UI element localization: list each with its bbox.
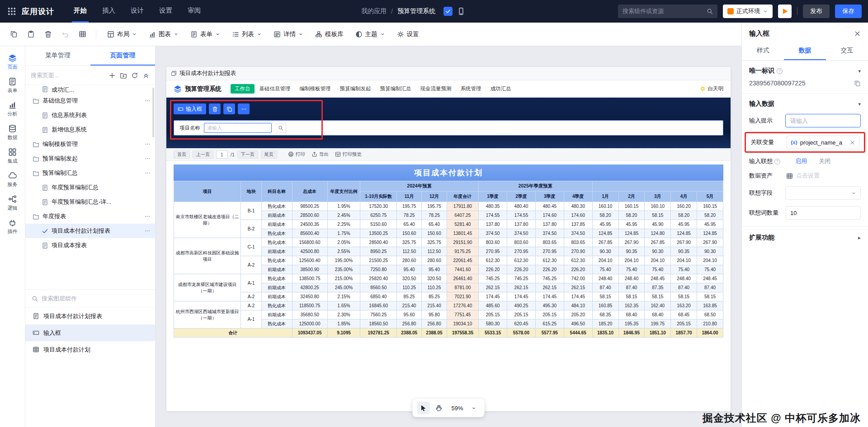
canvas[interactable]: 项目成本付款计划报表 预算管理系统 工作台基础信息管理编制模板管理预算编制发起预… [156,46,741,427]
action-导出[interactable]: 导出 [311,151,329,158]
check-badge-icon[interactable] [443,7,453,16]
rail-item-数据[interactable]: 数据 [2,121,24,144]
undo-button[interactable] [58,27,72,42]
toolbar-图表[interactable]: 图表 [144,27,183,42]
suggest-count-input[interactable] [785,206,861,220]
toolbar-主题[interactable]: 主题 [351,27,390,42]
component-search-input[interactable]: 搜索组件或资源 [618,5,717,18]
tree-scrollbar[interactable] [152,88,154,137]
hint-input[interactable] [785,114,861,127]
assoc-enable-button[interactable]: 启用 [795,157,807,165]
delete-component-button[interactable] [209,103,221,114]
pager-上一页[interactable]: 上一页 [193,150,213,159]
menu-item-插入[interactable]: 插入 [100,0,117,23]
pager-首页[interactable]: 首页 [174,150,190,159]
toolbar-布局[interactable]: 布局 [103,27,142,42]
preview-nav-工作台[interactable]: 工作台 [231,84,255,94]
rail-item-页面[interactable]: 页面 [2,51,24,73]
zoom-select[interactable]: 59% [448,405,480,412]
pan-tool-button[interactable] [432,402,445,414]
search-button[interactable] [275,123,286,133]
layer-item[interactable]: 项目成本付款计划 [25,341,155,358]
preview-nav-基础信息管理[interactable]: 基础信息管理 [255,84,295,94]
variable-chip[interactable]: {x} project_name_a [787,136,859,149]
rail-item-表单[interactable]: 表单 [2,74,24,97]
toolbar-设置[interactable]: 设置 [392,27,424,42]
preview-nav-现金流量预测[interactable]: 现金流量预测 [416,84,456,94]
tree-item[interactable]: 信息系统列表 [25,108,155,122]
apps-grid-icon[interactable] [7,7,16,16]
suggest-field-select[interactable] [785,186,861,200]
preview-nav-成功汇总[interactable]: 成功汇总 [486,84,515,94]
layer-search-input[interactable]: 搜索图层组件 [42,295,77,303]
tree-item[interactable]: 基础信息管理 [25,94,155,108]
delete-button[interactable] [41,27,55,42]
close-icon[interactable] [854,30,861,37]
chevron-right-icon[interactable]: ▸ [858,235,861,241]
project-name-input[interactable]: 请输入 [204,123,272,133]
toolbar-列表[interactable]: 列表 [227,27,266,42]
rail-item-服务[interactable]: 服务 [2,168,24,191]
rail-item-集成[interactable]: 集成 [2,145,24,167]
remove-variable-icon[interactable] [849,140,855,145]
tree-item[interactable]: 项目成本付款计划报表 [25,224,155,238]
mobile-preview-icon[interactable] [457,7,465,15]
preview-nav-系统管理[interactable]: 系统管理 [457,84,486,94]
refresh-icon[interactable] [131,72,138,79]
layer-item[interactable]: 输入框 [25,324,155,341]
toolbar-详情[interactable]: 详情 [269,27,308,42]
menu-item-审阅[interactable]: 审阅 [186,0,203,23]
toolbar-表单[interactable]: 表单 [186,27,225,42]
layer-item[interactable]: 项目成本付款计划报表 [25,308,155,324]
preview-nav-编制模板管理[interactable]: 编制模板管理 [296,84,335,94]
panel-tab-页面管理[interactable]: 页面管理 [90,46,156,66]
duplicate-component-button[interactable] [223,103,235,114]
menu-item-设计[interactable]: 设计 [129,0,146,23]
run-preview-button[interactable] [778,5,792,18]
pager-尾页[interactable]: 尾页 [261,150,277,159]
insert-table-button[interactable] [75,27,90,42]
rail-item-逻辑[interactable]: 逻辑 [2,192,24,214]
copy-icon[interactable] [854,80,861,87]
tab-style[interactable]: 样式 [742,42,784,60]
preview-nav-预算编制汇总[interactable]: 预算编制汇总 [376,84,415,94]
menu-item-开始[interactable]: 开始 [72,0,89,23]
save-button[interactable]: 保存 [835,5,862,18]
tree-item[interactable]: 预算编制汇总 [25,166,155,180]
tree-item[interactable]: 编制模板管理 [25,137,155,151]
pager-下一页[interactable]: 下一页 [237,150,258,159]
assoc-disable-button[interactable]: 关闭 [819,157,830,165]
tab-data[interactable]: 数据 [784,42,826,60]
tree-item[interactable]: 项目成本报表 [25,238,155,253]
panel-tab-菜单管理[interactable]: 菜单管理 [25,46,90,66]
component-chip[interactable]: 输入框 [174,103,206,114]
menu-item-设置[interactable]: 设置 [157,0,174,23]
site-user[interactable]: 白天明 [700,85,724,92]
collapse-section-icon[interactable]: ▾ [858,101,861,107]
paste-button[interactable] [24,27,38,42]
collapse-section-icon[interactable]: ▾ [858,68,861,74]
tree-item[interactable]: 年度预算编制汇总-详... [25,195,155,209]
asset-setting-button[interactable]: 点击设置 [785,172,861,180]
page-number-input[interactable]: 1 [216,150,228,159]
page-search-input[interactable]: 搜索页面... [31,71,104,80]
tree-item[interactable]: 年度报表 [25,209,155,224]
publish-button[interactable]: 发布 [803,5,830,18]
rail-item-分析[interactable]: 分析 [2,98,24,120]
toolbar-模板库[interactable]: 模板库 [311,27,348,42]
add-page-icon[interactable] [108,72,116,79]
environment-button[interactable]: 正式环境 [723,5,773,18]
action-打印[interactable]: 打印 [288,151,305,158]
more-actions-button[interactable] [238,103,250,114]
collapse-all-icon[interactable] [142,72,150,79]
rail-item-插件[interactable]: 插件 [2,215,24,238]
tree-item[interactable]: 新增信息系统 [25,122,155,137]
select-tool-button[interactable] [417,402,429,414]
tree-item[interactable]: 成功汇... [25,86,155,94]
preview-nav-预算编制发起[interactable]: 预算编制发起 [336,84,375,94]
breadcrumb-parent[interactable]: 我的应用 [361,7,387,15]
copy-page-button[interactable] [6,27,21,42]
tree-item[interactable]: 预算编制发起 [25,151,155,166]
action-打印预览[interactable]: 打印预览 [335,151,362,158]
tab-interaction[interactable]: 交互 [826,42,868,60]
